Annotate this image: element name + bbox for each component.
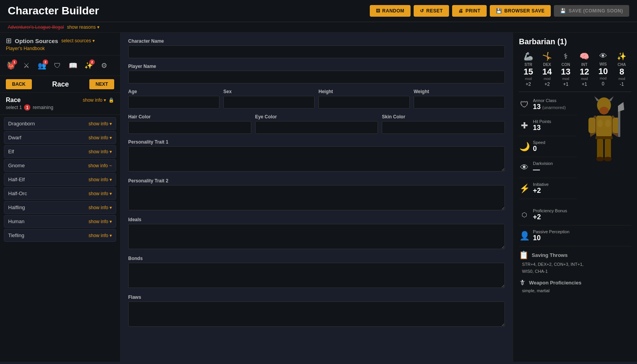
svg-rect-6 <box>597 139 603 158</box>
str-name: STR <box>524 62 532 67</box>
character-name-input[interactable] <box>128 45 505 58</box>
race-name-half-orc: Half-Orc <box>8 191 27 196</box>
con-mod-value: +1 <box>563 81 569 87</box>
race-item-half-orc[interactable]: Half-Orc show info ▾ <box>4 187 116 200</box>
main-layout: ⊞ Option Sources select sources ▾ Player… <box>0 33 637 362</box>
int-mod-label: mod <box>581 77 588 81</box>
con-icon: ⚕ <box>564 52 568 61</box>
race-item-human[interactable]: Human show info ▾ <box>4 215 116 228</box>
race-name-dwarf: Dwarf <box>8 135 21 140</box>
eye-color-label: Eye Color <box>255 114 378 120</box>
stats-row: 🦾 STR 15 mod +2 🤸 DEX 14 mod +2 ⚕ CON 13… <box>519 52 631 92</box>
height-input[interactable] <box>318 96 410 109</box>
str-mod-label: mod <box>525 77 532 81</box>
race-tab-badge: 1 <box>12 59 17 65</box>
race-item-elf[interactable]: Elf show info ▾ <box>4 145 116 158</box>
personality-trait-1-input[interactable] <box>128 146 505 172</box>
weight-label: Weight <box>414 89 505 94</box>
left-sidebar: ⊞ Option Sources select sources ▾ Player… <box>0 33 120 362</box>
eye-color-input[interactable] <box>255 121 378 134</box>
stat-cha: ✨ CHA 8 mod -1 <box>617 52 627 87</box>
print-icon: 🖨 <box>458 8 463 14</box>
proficiency-bonus-value: +2 <box>533 213 567 221</box>
personality-trait-1-label: Personality Trait 1 <box>128 139 505 145</box>
ideals-group: Ideals <box>128 217 505 250</box>
darkvision-value: — <box>533 166 553 174</box>
browser-save-button[interactable]: 💾 Browser Save <box>490 5 551 17</box>
race-item-gnome[interactable]: Gnome show info ~ <box>4 159 116 172</box>
tab-shield[interactable]: 🛡 <box>50 59 64 73</box>
speed-block: 🌙 Speed 0 <box>519 140 577 157</box>
char-image <box>577 98 631 176</box>
save-icon: 💾 <box>560 8 566 14</box>
armor-class-value: 13 <box>533 103 541 111</box>
dragonborn-show-info[interactable]: show info ▾ <box>89 121 112 127</box>
flaws-group: Flaws <box>128 295 505 328</box>
tab-class[interactable]: ⚔ <box>19 59 33 73</box>
wis-icon: 👁 <box>599 52 607 61</box>
eye-color-group: Eye Color <box>255 114 378 134</box>
random-button[interactable]: ⚄ Random <box>370 5 411 17</box>
sex-input[interactable] <box>223 96 315 109</box>
half-elf-show-info[interactable]: show info ▾ <box>89 177 112 182</box>
race-section-header: Race show info ▾ 🔒 select 1 1 remaining <box>0 93 120 115</box>
race-item-tiefling[interactable]: Tiefling show info ▾ <box>4 229 116 242</box>
cha-name: CHA <box>618 62 626 67</box>
option-sources: ⊞ Option Sources select sources ▾ Player… <box>0 33 120 55</box>
flaws-label: Flaws <box>128 295 505 300</box>
race-name-human: Human <box>8 218 24 224</box>
race-item-dragonborn[interactable]: Dragonborn show info ▾ <box>4 117 116 130</box>
tab-book[interactable]: 📖 <box>66 59 80 73</box>
remaining-badge: 1 <box>24 104 30 111</box>
human-show-info[interactable]: show info ▾ <box>89 219 112 224</box>
shield-tab-icon: 🛡 <box>54 62 61 70</box>
tab-race[interactable]: 👹 1 <box>4 59 18 73</box>
skin-color-input[interactable] <box>382 121 505 134</box>
back-button[interactable]: BACK <box>6 79 32 89</box>
height-label: Height <box>318 89 410 94</box>
proficiency-bonus-block: ⬡ Proficiency Bonus +2 <box>519 208 631 225</box>
personality-trait-2-label: Personality Trait 2 <box>128 178 505 184</box>
race-item-dwarf[interactable]: Dwarf show info ▾ <box>4 131 116 144</box>
hit-points-block: ✚ Hit Points 13 <box>519 119 577 136</box>
saving-throws-line2: WIS0, CHA-1 <box>522 268 631 275</box>
halfling-show-info[interactable]: show info ▾ <box>89 205 112 210</box>
tab-spells[interactable]: ✨ 2 <box>82 59 96 73</box>
ideals-input[interactable] <box>128 224 505 249</box>
int-value: 12 <box>580 68 589 76</box>
age-input[interactable] <box>128 96 219 109</box>
race-meta: show info ▾ 🔒 <box>83 97 114 103</box>
race-item-halfling[interactable]: Halfling show info ▾ <box>4 201 116 214</box>
random-icon: ⚄ <box>376 8 380 14</box>
tab-gear[interactable]: ⚙ <box>97 59 111 73</box>
weight-input[interactable] <box>414 96 505 109</box>
ideals-label: Ideals <box>128 217 505 222</box>
physical-stats-row: Age Sex Height Weight <box>128 89 505 109</box>
reset-button[interactable]: ↺ Reset <box>414 5 449 17</box>
hair-color-input[interactable] <box>128 121 251 134</box>
nav-buttons: BACK Race NEXT <box>0 76 120 93</box>
print-button[interactable]: 🖨 Print <box>452 5 487 17</box>
next-button[interactable]: NEXT <box>89 79 114 89</box>
race-name-half-elf: Half-Elf <box>8 177 25 182</box>
flaws-input[interactable] <box>128 302 505 327</box>
select-sources-link[interactable]: select sources ▾ <box>61 38 95 43</box>
personality-trait-2-input[interactable] <box>128 185 505 210</box>
wis-value: 10 <box>598 67 607 76</box>
half-orc-show-info[interactable]: show info ▾ <box>89 191 112 196</box>
player-name-input[interactable] <box>128 71 505 83</box>
bonds-input[interactable] <box>128 263 505 288</box>
tab-group[interactable]: 👥 2 <box>35 59 49 73</box>
elf-show-info[interactable]: show info ▾ <box>89 149 112 154</box>
race-item-half-elf[interactable]: Half-Elf show info ▾ <box>4 173 116 186</box>
show-reasons-link[interactable]: show reasons ▾ <box>67 24 99 30</box>
tiefling-show-info[interactable]: show info ▾ <box>89 233 112 238</box>
gnome-show-info[interactable]: show info ~ <box>88 163 112 168</box>
personality-trait-2-group: Personality Trait 2 <box>128 178 505 211</box>
saving-throws-header: 📋 Saving Throws <box>519 250 631 260</box>
cha-icon: ✨ <box>617 52 627 61</box>
dwarf-show-info[interactable]: show info ▾ <box>89 135 112 140</box>
sub-header: Adventurer's League illegal show reasons… <box>0 22 637 33</box>
handbook-link[interactable]: Player's Handbook <box>6 46 114 51</box>
race-show-info-link[interactable]: show info ▾ <box>83 97 106 103</box>
